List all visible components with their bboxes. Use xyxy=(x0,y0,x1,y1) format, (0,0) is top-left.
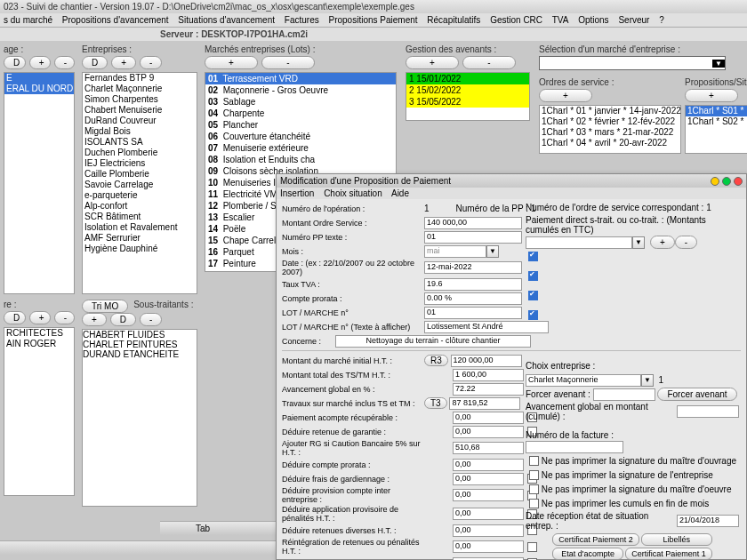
list-item[interactable]: 02 Maçonnerie - Gros Oeuvre xyxy=(205,84,396,96)
plus-button[interactable]: + xyxy=(650,236,675,249)
d-button[interactable]: D xyxy=(110,313,136,326)
menu-item[interactable]: Choix situation xyxy=(324,188,382,198)
libelles-button[interactable]: Libellés xyxy=(641,533,712,546)
list-item[interactable]: 05 Plancher xyxy=(205,119,396,131)
list-item[interactable]: Migdal Bois xyxy=(83,126,197,137)
chevron-down-icon[interactable]: ▼ xyxy=(486,245,499,258)
menu-item[interactable]: Insertion xyxy=(280,188,314,198)
list-item[interactable]: 3 15/05/2022 xyxy=(406,96,529,108)
forcer-avenant-button[interactable]: Forcer avenant xyxy=(657,388,736,401)
menu-item[interactable]: Aide xyxy=(391,188,409,198)
pac-field[interactable]: 0,00 xyxy=(453,412,524,424)
check-icon[interactable] xyxy=(528,310,538,320)
close-icon[interactable] xyxy=(734,177,743,186)
list-item[interactable]: ERAL DU NORD xyxy=(4,84,74,94)
minimize-icon[interactable] xyxy=(711,177,719,186)
checkbox[interactable] xyxy=(529,456,539,466)
mmi-field[interactable]: 120 000,00 xyxy=(451,355,522,367)
cert-paiement2-button[interactable]: Certificat Paiement 2 xyxy=(552,533,639,546)
list-item[interactable]: 1Charl * 03 * mars * 21-mar-2022 xyxy=(540,127,680,138)
plus-button[interactable]: + xyxy=(685,89,738,102)
list-item[interactable]: AMF Serrurier xyxy=(83,233,197,244)
d-button[interactable]: D xyxy=(82,56,108,69)
montant-os-field[interactable]: 140 000,00 xyxy=(424,217,522,229)
checkbox[interactable] xyxy=(529,470,539,480)
plus-button[interactable]: + xyxy=(111,56,136,69)
minus-button[interactable]: - xyxy=(675,236,697,249)
menu-item[interactable]: Récapitulatifs xyxy=(427,15,480,25)
checkbox[interactable] xyxy=(529,484,539,494)
check-icon[interactable] xyxy=(528,252,538,261)
checkbox[interactable] xyxy=(529,499,539,508)
tva-field[interactable]: 19.6 xyxy=(424,278,522,291)
entreprises-list[interactable]: Fernandes BTP 9Charlet MaçonnerieSimon C… xyxy=(82,72,197,294)
cert-paiement1-button[interactable]: Certificat Paiement 1 xyxy=(625,548,712,560)
list-item[interactable]: 06 Couverture étanchéité xyxy=(205,131,396,142)
pd-select[interactable] xyxy=(526,236,632,249)
plus-button[interactable]: + xyxy=(539,89,592,102)
prop-list[interactable]: 1Charl * S01 * L01 * j1Charl * S02 * L 0… xyxy=(685,105,747,154)
list-item[interactable]: 1Charl * S02 * L 01 * j xyxy=(686,116,747,127)
plus-button[interactable]: + xyxy=(82,313,107,326)
list-item[interactable]: DURAND ETANCHEITE xyxy=(83,349,197,359)
check-icon[interactable] xyxy=(528,291,538,300)
list-item[interactable]: Fernandes BTP 9 xyxy=(83,73,197,84)
list-item[interactable]: 04 Charpente xyxy=(205,108,396,119)
chevron-down-icon[interactable]: ▼ xyxy=(632,236,645,249)
etat-acompte-button[interactable]: Etat d'acompte xyxy=(552,548,623,560)
menu-item[interactable]: Situations d'avancement xyxy=(178,15,275,25)
list-item[interactable]: Duchen Plomberie xyxy=(83,148,197,158)
list-item[interactable]: DuRand Couvreur xyxy=(83,116,197,126)
arg-field[interactable]: 510,68 xyxy=(453,442,524,454)
list-item[interactable]: Savoie Carrelage xyxy=(83,180,197,190)
dfg-field[interactable]: 0,00 xyxy=(453,473,524,485)
list-item[interactable]: Alp-confort xyxy=(83,201,197,212)
trimo-button[interactable]: Tri MO xyxy=(82,300,128,313)
list-item[interactable]: Simon Charpentes xyxy=(83,94,197,105)
menu-item[interactable]: Serveur xyxy=(618,15,649,25)
mois-select[interactable]: mai xyxy=(424,245,486,258)
plus-button[interactable]: + xyxy=(29,56,51,69)
list-item[interactable]: 1Charl * S01 * L01 * j xyxy=(686,106,747,116)
list-item[interactable]: RCHITECTES xyxy=(4,328,74,339)
menu-item[interactable]: Propositions Paiement xyxy=(328,15,417,25)
soustraitants-list[interactable]: CHABERT FLUIDES CHARLET PEINTURES DURAND… xyxy=(82,329,197,507)
list-item[interactable]: CHARLET PEINTURES xyxy=(83,340,197,349)
ordres-list[interactable]: 1Charl * 01 * janvier * 14-janv-20221Cha… xyxy=(539,105,681,154)
arch-list[interactable]: RCHITECTES AIN ROGER xyxy=(4,327,75,496)
dpc-field[interactable]: 0,00 xyxy=(453,489,524,501)
menu-item[interactable]: TVA xyxy=(552,15,569,25)
list-item[interactable]: Caille Plomberie xyxy=(83,169,197,180)
list-item[interactable]: IEJ Electriciens xyxy=(83,158,197,169)
fa-field[interactable] xyxy=(593,388,655,401)
list-item[interactable]: 1 15/01/2022 xyxy=(406,73,529,84)
plus-button[interactable]: + xyxy=(205,56,258,69)
minus-button[interactable]: - xyxy=(261,56,315,69)
concerne-field[interactable]: Nettoyage du terrain - clôture chantier xyxy=(335,335,531,348)
num-pp-texte-field[interactable]: 01 xyxy=(424,231,522,244)
t3-button[interactable]: T3 xyxy=(424,397,447,409)
minus-button[interactable]: - xyxy=(54,311,75,324)
avenants-list[interactable]: 1 15/01/20222 15/02/20223 15/05/2022 xyxy=(406,72,530,121)
marche-select[interactable]: ▼ xyxy=(539,56,726,70)
prorata-field[interactable]: 0.00 % xyxy=(424,292,522,305)
menu-item[interactable]: ? xyxy=(659,15,664,25)
list-item[interactable]: Hygiène Dauphiné xyxy=(83,244,197,254)
minus-button[interactable]: - xyxy=(54,56,75,69)
list-item[interactable]: 03 Sablage xyxy=(205,96,396,108)
drg-field[interactable]: 0,00 xyxy=(453,426,524,438)
d-button[interactable]: D xyxy=(4,311,26,324)
list-item[interactable]: 2 15/02/2022 xyxy=(406,84,529,96)
minus-button[interactable]: - xyxy=(140,56,162,69)
menu-item[interactable]: s du marché xyxy=(4,15,52,25)
list-item[interactable]: 08 Isolation et Enduits cha xyxy=(205,154,396,165)
list-item[interactable]: 1Charl * 01 * janvier * 14-janv-2022 xyxy=(540,106,680,116)
lot-field[interactable]: 01 xyxy=(424,307,522,319)
check-icon[interactable] xyxy=(528,271,538,281)
date-field[interactable]: 12-mai-2022 xyxy=(424,261,522,274)
dar-field[interactable]: 0,00 xyxy=(453,557,524,561)
agm-field[interactable] xyxy=(677,405,739,418)
facture-field[interactable] xyxy=(526,441,623,453)
list-item[interactable]: E xyxy=(4,73,74,84)
dcp-field[interactable]: 0,00 xyxy=(453,459,524,471)
